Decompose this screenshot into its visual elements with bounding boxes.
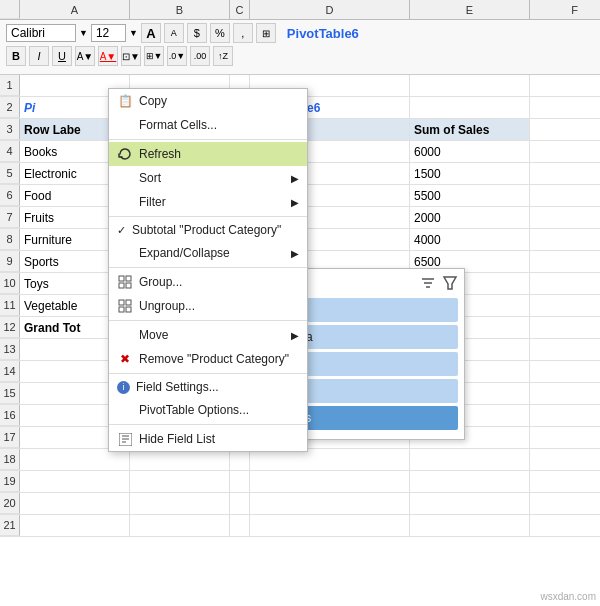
pivot-table-title: PivotTable6 — [287, 26, 359, 41]
cell-f17[interactable] — [530, 427, 600, 448]
copy-menu-item[interactable]: 📋 Copy — [109, 89, 307, 113]
cell-f15[interactable] — [530, 383, 600, 404]
cell-c20[interactable] — [230, 493, 250, 514]
sort-asc-btn[interactable]: ↑Z — [213, 46, 233, 66]
field-settings-menu-item[interactable]: i Field Settings... — [109, 376, 307, 398]
row-num-7: 7 — [0, 207, 20, 228]
font-color-btn[interactable]: A▼ — [98, 46, 118, 66]
cell-f20[interactable] — [530, 493, 600, 514]
cell-e20[interactable] — [410, 493, 530, 514]
cell-f1[interactable] — [530, 75, 600, 96]
underline-button[interactable]: U — [52, 46, 72, 66]
cell-e6[interactable]: 5500 — [410, 185, 530, 206]
cell-d19[interactable] — [250, 471, 410, 492]
cell-f18[interactable] — [530, 449, 600, 470]
cell-e3[interactable]: Sum of Sales — [410, 119, 530, 140]
font-dropdown-icon[interactable]: ▼ — [79, 28, 88, 38]
filter-funnel-icon[interactable] — [442, 275, 458, 294]
cell-e2[interactable] — [410, 97, 530, 118]
cell-f21[interactable] — [530, 515, 600, 536]
cell-f7[interactable] — [530, 207, 600, 228]
filter-sort-icon[interactable] — [420, 275, 436, 294]
svg-rect-1 — [126, 276, 131, 281]
cell-e21[interactable] — [410, 515, 530, 536]
cell-f16[interactable] — [530, 405, 600, 426]
filter-menu-item[interactable]: Filter ▶ — [109, 190, 307, 214]
cell-e18[interactable] — [410, 449, 530, 470]
cell-f11[interactable] — [530, 295, 600, 316]
col-header-a: A — [20, 0, 130, 19]
cell-b21[interactable] — [130, 515, 230, 536]
fill-color-btn[interactable]: A▼ — [75, 46, 95, 66]
cell-f8[interactable] — [530, 229, 600, 250]
expand-icon — [117, 245, 133, 261]
cell-c18[interactable] — [230, 449, 250, 470]
move-menu-item[interactable]: Move ▶ — [109, 323, 307, 347]
cell-a18[interactable] — [20, 449, 130, 470]
ungroup-menu-item[interactable]: Ungroup... — [109, 294, 307, 318]
cell-b18[interactable] — [130, 449, 230, 470]
row-num-4: 4 — [0, 141, 20, 162]
cell-f2[interactable] — [530, 97, 600, 118]
format-cells-menu-item[interactable]: Format Cells... — [109, 113, 307, 137]
increase-font-btn[interactable]: A — [141, 23, 161, 43]
cell-a20[interactable] — [20, 493, 130, 514]
cell-d18[interactable] — [250, 449, 410, 470]
cell-f19[interactable] — [530, 471, 600, 492]
font-name-input[interactable]: Calibri — [6, 24, 76, 42]
cell-f9[interactable] — [530, 251, 600, 272]
cell-d21[interactable] — [250, 515, 410, 536]
subtotal-label: Subtotal "Product Category" — [132, 223, 281, 237]
corner-cell — [0, 0, 20, 19]
cell-e5[interactable]: 1500 — [410, 163, 530, 184]
cell-b20[interactable] — [130, 493, 230, 514]
cell-a21[interactable] — [20, 515, 130, 536]
group-menu-item[interactable]: Group... — [109, 270, 307, 294]
cell-c21[interactable] — [230, 515, 250, 536]
move-icon — [117, 327, 133, 343]
decrease-decimal-btn[interactable]: .0▼ — [167, 46, 187, 66]
cell-b19[interactable] — [130, 471, 230, 492]
remove-label: Remove "Product Category" — [139, 352, 289, 366]
formula-bar: Calibri ▼ 12 ▼ A A $ % , ⊞ PivotTable6 B… — [0, 20, 600, 75]
cell-e19[interactable] — [410, 471, 530, 492]
increase-decimal-btn[interactable]: .00 — [190, 46, 210, 66]
cell-f10[interactable] — [530, 273, 600, 294]
cell-e4[interactable]: 6000 — [410, 141, 530, 162]
sort-menu-item[interactable]: Sort ▶ — [109, 166, 307, 190]
pivot-options-menu-item[interactable]: PivotTable Options... — [109, 398, 307, 422]
refresh-menu-item[interactable]: Refresh — [109, 142, 307, 166]
decrease-font-btn[interactable]: A — [164, 23, 184, 43]
ctx-separator-1 — [109, 139, 307, 140]
cell-f14[interactable] — [530, 361, 600, 382]
cell-e7[interactable]: 2000 — [410, 207, 530, 228]
pivot-options-label: PivotTable Options... — [139, 403, 249, 417]
cell-f13[interactable] — [530, 339, 600, 360]
cell-e1[interactable] — [410, 75, 530, 96]
cell-e8[interactable]: 4000 — [410, 229, 530, 250]
subtotal-menu-item[interactable]: ✓ Subtotal "Product Category" — [109, 219, 307, 241]
italic-button[interactable]: I — [29, 46, 49, 66]
remove-menu-item[interactable]: ✖ Remove "Product Category" — [109, 347, 307, 371]
hide-field-list-menu-item[interactable]: Hide Field List — [109, 427, 307, 451]
comma-btn[interactable]: , — [233, 23, 253, 43]
svg-rect-4 — [119, 300, 124, 305]
font-size-input[interactable]: 12 — [91, 24, 126, 42]
bold-button[interactable]: B — [6, 46, 26, 66]
cell-f4[interactable] — [530, 141, 600, 162]
cell-a19[interactable] — [20, 471, 130, 492]
cell-f3[interactable] — [530, 119, 600, 140]
expand-collapse-menu-item[interactable]: Expand/Collapse ▶ — [109, 241, 307, 265]
cell-f12[interactable] — [530, 317, 600, 338]
cell-f6[interactable] — [530, 185, 600, 206]
font-size-dropdown-icon[interactable]: ▼ — [129, 28, 138, 38]
row-num-20: 20 — [0, 493, 20, 514]
dollar-btn[interactable]: $ — [187, 23, 207, 43]
cell-c19[interactable] — [230, 471, 250, 492]
cell-f5[interactable] — [530, 163, 600, 184]
cell-d20[interactable] — [250, 493, 410, 514]
percent-btn[interactable]: % — [210, 23, 230, 43]
merge-btn[interactable]: ⊞▼ — [144, 46, 164, 66]
borders-btn[interactable]: ⊡▼ — [121, 46, 141, 66]
table-icon-btn[interactable]: ⊞ — [256, 23, 276, 43]
